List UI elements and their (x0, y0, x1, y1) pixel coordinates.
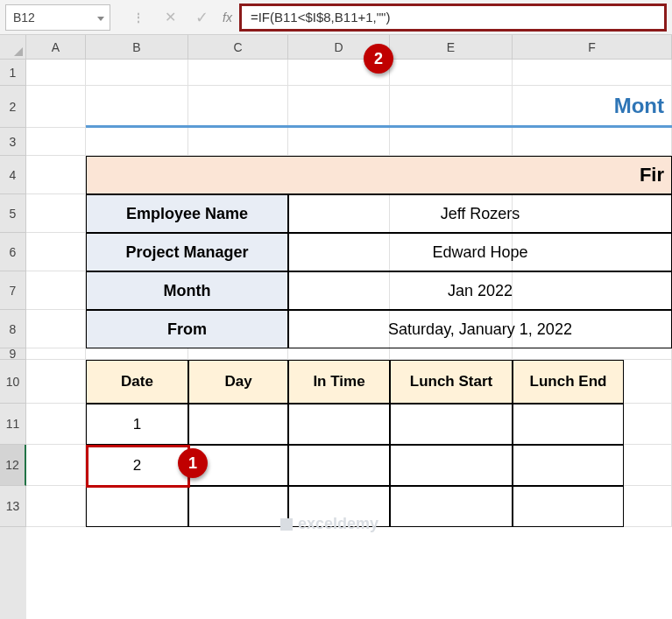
callout-2: 2 (364, 44, 393, 74)
name-box-value: B12 (13, 11, 35, 25)
cell-in-time[interactable] (288, 404, 390, 445)
row-header-12[interactable]: 12 (0, 445, 26, 486)
formula-bar: B12 ⋮ ✕ ✓ fx =IF(B11<$I$8,B11+1,"") (0, 0, 672, 35)
th-day[interactable]: Day (188, 360, 288, 404)
cells-grid[interactable]: Mont Fir Employee Name Jeff Rozers Proje… (26, 60, 672, 619)
enter-icon[interactable]: ✓ (187, 4, 216, 31)
name-box[interactable]: B12 (5, 4, 110, 31)
cell-lunch-end[interactable] (513, 404, 624, 445)
row-header-9[interactable]: 9 (0, 348, 26, 360)
row-header-1[interactable]: 1 (0, 60, 26, 86)
cell-lunch-start[interactable] (390, 486, 513, 527)
col-header-a[interactable]: A (26, 35, 86, 60)
row-header-8[interactable]: 8 (0, 310, 26, 348)
callout-1: 1 (178, 448, 208, 478)
timesheet-table: Date Day In Time Lunch Start Lunch End 1… (86, 360, 624, 527)
th-lunch-start[interactable]: Lunch Start (390, 360, 513, 404)
fx-icon[interactable]: fx (223, 11, 232, 25)
cell-date[interactable]: 1 (86, 404, 188, 445)
info-header[interactable]: Fir (86, 156, 672, 194)
cell-in-time[interactable] (288, 445, 390, 486)
row-header-11[interactable]: 11 (0, 404, 26, 445)
col-header-b[interactable]: B (86, 35, 188, 60)
cell-date[interactable]: 2 (86, 445, 188, 486)
row-header-4[interactable]: 4 (0, 156, 26, 194)
more-icon[interactable]: ⋮ (124, 4, 152, 31)
label-employee-name[interactable]: Employee Name (86, 194, 288, 233)
cell-lunch-end[interactable] (513, 445, 624, 486)
cell-in-time[interactable] (288, 486, 390, 527)
label-from[interactable]: From (86, 310, 288, 348)
th-in-time[interactable]: In Time (288, 360, 390, 404)
label-project-manager[interactable]: Project Manager (86, 233, 288, 271)
cell-lunch-start[interactable] (390, 445, 513, 486)
sheet-title: Mont (86, 86, 672, 128)
th-lunch-end[interactable]: Lunch End (513, 360, 624, 404)
row-header-5[interactable]: 5 (0, 194, 26, 233)
timesheet-header-row: Date Day In Time Lunch Start Lunch End (86, 360, 624, 404)
row-header-2[interactable]: 2 (0, 86, 26, 128)
info-table: Fir Employee Name Jeff Rozers Project Ma… (86, 156, 672, 348)
value-month[interactable]: Jan 2022 (288, 271, 672, 310)
row-header-6[interactable]: 6 (0, 233, 26, 271)
formula-input[interactable]: =IF(B11<$I$8,B11+1,"") (239, 4, 667, 32)
row-header-3[interactable]: 3 (0, 128, 26, 156)
row-header-7[interactable]: 7 (0, 271, 26, 310)
column-headers: A B C D E F (26, 35, 672, 60)
value-employee-name[interactable]: Jeff Rozers (288, 194, 672, 233)
value-from[interactable]: Saturday, January 1, 2022 (288, 310, 672, 348)
col-header-c[interactable]: C (188, 35, 288, 60)
cancel-icon[interactable]: ✕ (156, 4, 184, 31)
table-row (86, 486, 624, 527)
col-header-f[interactable]: F (513, 35, 672, 60)
cell-lunch-end[interactable] (513, 486, 624, 527)
row-headers: 1 2 3 4 5 6 7 8 9 10 11 12 13 (0, 60, 26, 619)
col-header-e[interactable]: E (390, 35, 513, 60)
row-header-13[interactable]: 13 (0, 486, 26, 527)
row-header-10[interactable]: 10 (0, 360, 26, 404)
formula-text: =IF(B11<$I$8,B11+1,"") (251, 10, 391, 25)
table-row: 1 (86, 404, 624, 445)
sheet-area: A B C D E F 1 2 3 4 5 6 7 8 9 10 11 12 1… (0, 35, 672, 619)
cell-date[interactable] (86, 486, 188, 527)
table-row: 2 (86, 445, 624, 486)
label-month[interactable]: Month (86, 271, 288, 310)
cell-lunch-start[interactable] (390, 404, 513, 445)
select-all-triangle[interactable] (0, 35, 26, 60)
sheet-title-text: Mont (614, 94, 664, 118)
cell-day[interactable] (188, 404, 288, 445)
value-project-manager[interactable]: Edward Hope (288, 233, 672, 271)
th-date[interactable]: Date (86, 360, 188, 404)
cell-day[interactable] (188, 486, 288, 527)
